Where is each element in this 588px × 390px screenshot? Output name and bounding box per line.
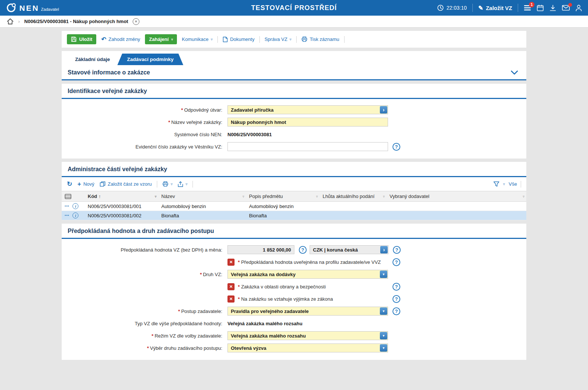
communication-label: Komunikace [182,36,209,42]
help-icon[interactable]: ? [392,283,400,291]
tab-zakladni-udaje[interactable]: Základní údaje [65,54,120,65]
person-icon [575,4,582,12]
column-header-nazev[interactable]: Název ▿ [158,191,246,202]
brand-subtitle: Zadavatel [41,7,59,12]
filter-icon[interactable] [493,181,500,187]
column-header-popis[interactable]: Popis předmětu ▿ [246,191,320,202]
column-header-dodavatel[interactable]: Vybraný dodavatel ▿ [387,191,526,202]
tab-zadavaci-podminky[interactable]: Zadávací podmínky [117,54,183,65]
brand[interactable]: NEN Zadavatel [6,3,59,13]
help-icon[interactable]: ? [393,246,401,254]
manage-vz-menu[interactable]: Správa VZ ▿ [265,36,291,42]
profile-button[interactable] [575,4,582,12]
row-actions-icon[interactable]: ••• [65,214,69,217]
estimated-value-readonly: 1 852 000,00 [227,245,294,254]
procedure-value: Pravidla pro veřejného zadavatele [228,309,380,314]
menu-badge: 1 [529,2,534,7]
view-all-button[interactable]: Vše [509,181,517,187]
breadcrumb-close-icon[interactable]: ✕ [133,18,139,25]
regime-select[interactable]: Veřejná zakázka malého rozsahu ▾ [227,331,388,340]
column-header-kod[interactable]: Kód ↑ ▿ [85,191,158,202]
help-icon[interactable]: ? [392,258,400,266]
new-part-button[interactable]: + Nový [77,180,94,188]
field-label: Typ VZ dle výše předpokládané hodnoty: [62,321,227,326]
download-button[interactable] [549,4,556,12]
column-filter-icon[interactable]: ▿ [523,195,524,198]
refresh-icon[interactable]: ↻ [67,180,72,188]
column-filter-icon[interactable]: ▿ [383,195,385,198]
select-dropdown-icon[interactable]: ▾ [380,307,387,315]
breadcrumb: › N006/25/V00003081 - Nákup pohonných hm… [0,16,588,28]
menu-button[interactable]: 1 [524,5,531,11]
evidence-number-input[interactable] [227,142,388,151]
grid-print-button[interactable]: ▿ [162,181,172,187]
vz-kind-select[interactable]: Veřejná zakázka na dodávky ▾ [227,270,388,279]
top-bar: NEN Zadavatel TESTOVACÍ PROSTŘEDÍ 22:03:… [0,0,588,16]
print-record-button[interactable]: Tisk záznamu [301,36,339,42]
cell-lhuta [320,211,387,220]
select-dropdown-icon[interactable]: ▾ [380,332,387,339]
row-actions-icon[interactable]: ••• [65,204,69,208]
discard-changes-button[interactable]: ↶ Zahodit změny [101,36,140,43]
clock-icon [437,4,444,11]
system-number-value: N006/25/V00003081 [227,132,272,137]
start-button[interactable]: Zahájení ▿ [145,34,177,44]
save-label: Uložit [79,36,92,42]
procedure-type-select[interactable]: Otevřená výzva ▾ [227,343,388,352]
column-header-lhuta[interactable]: Lhůta aktuálního podání ▿ [320,191,387,202]
identification-form: Odpovědný útvar: Zadavatel příručka › Ná… [62,99,526,159]
form-row-vyber-postupu: Výběr druhu zadávacího postupu: Otevřená… [62,343,526,353]
regime-value: Veřejná zakázka malého rozsahu [228,333,380,339]
calendar-button[interactable] [537,4,544,12]
start-label: Zahájení [149,36,169,42]
table-row[interactable]: ••• i N006/25/V00003081/001 Automobilový… [62,202,526,211]
tab-bar: Základní údaje Zadávací podmínky [62,51,526,65]
select-dropdown-icon[interactable]: ▾ [380,271,387,278]
vz-kind-value: Veřejná zakázka na dodávky [228,272,380,277]
plus-icon: + [77,180,81,188]
form-row-postup: Postup zadavatele: Pravidla pro veřejnéh… [62,306,526,316]
breadcrumb-item[interactable]: N006/25/V00003081 - Nákup pohonných hmot [24,19,128,24]
column-filter-icon[interactable]: ▿ [316,195,318,198]
column-settings-header[interactable] [62,191,85,202]
procedure-type-value: Otevřená výzva [228,345,380,351]
print-record-label: Tisk záznamu [310,36,339,42]
checkbox-no-icon[interactable]: ✕ [227,283,235,290]
home-icon [7,18,14,25]
lookup-open-icon[interactable]: › [380,106,387,114]
save-button[interactable]: Uložit [67,34,96,44]
communication-menu[interactable]: Komunikace ▿ [182,36,213,42]
collapse-chevron-icon[interactable] [511,70,520,75]
procedure-select[interactable]: Pravidla pro veřejného zadavatele ▾ [227,307,388,316]
currency-lookup[interactable]: CZK | koruna česká › [310,245,388,254]
responsible-unit-lookup[interactable]: Zadavatel příručka › [227,105,388,114]
field-label: Předpokládaná hodnota VZ (bez DPH) a měn… [62,247,227,253]
home-button[interactable] [7,18,14,25]
vz-name-input[interactable]: Nákup pohonných hmot [227,118,388,127]
calendar-icon [537,4,544,12]
column-filter-icon[interactable]: ▿ [242,195,244,198]
table-row-selected[interactable]: ••• i N006/25/V00003081/002 Bionafta Bio… [62,211,526,220]
row-info-icon[interactable]: i [72,212,78,218]
select-dropdown-icon[interactable]: ▾ [380,344,387,352]
create-vz-button[interactable]: ✎ Založit VZ [478,4,512,12]
create-from-template-button[interactable]: Založit část ze vzoru [100,181,152,187]
export-button[interactable]: ▿ [178,181,187,187]
help-icon[interactable]: ? [299,246,307,254]
form-row-vyjimka: ✕ Na zakázku se vztahuje výjimka ze záko… [62,294,526,304]
cell-lhuta [320,202,387,211]
help-icon[interactable]: ? [392,307,400,315]
checkbox-no-icon[interactable]: ✕ [227,259,235,266]
column-filter-icon[interactable]: ▿ [155,195,156,198]
field-label: Systémové číslo NEN: [62,132,227,137]
help-icon[interactable]: ? [392,143,400,151]
row-info-icon[interactable]: i [72,203,78,209]
messages-button[interactable] [562,5,570,11]
lookup-open-icon[interactable]: › [380,246,388,253]
documents-button[interactable]: Dokumenty [223,36,255,42]
checkbox-no-icon[interactable]: ✕ [227,295,235,303]
spacer [0,28,588,31]
cell-kod: N006/25/V00003081/002 [85,211,158,220]
discard-label: Zahodit změny [109,36,140,42]
help-icon[interactable]: ? [392,295,400,303]
